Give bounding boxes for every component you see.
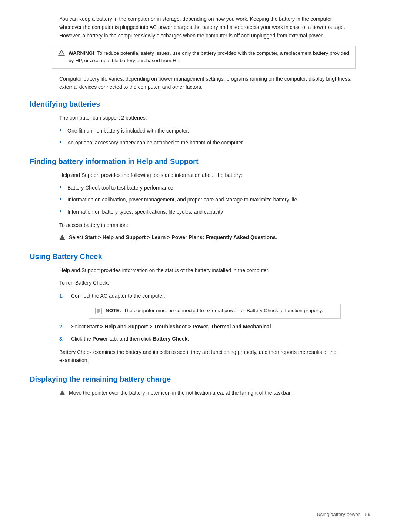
section-identifying-batteries: Identifying batteries The computer can s… (30, 100, 370, 147)
warning-label: WARNING! (69, 50, 94, 56)
list-item: Information on battery types, specificat… (59, 208, 356, 216)
note-text: NOTE: The computer must be connected to … (106, 307, 323, 314)
caution-triangle-icon-2 (59, 389, 65, 398)
finding-battery-heading: Finding battery information in Help and … (30, 157, 370, 166)
footer-left: Using battery power (317, 512, 360, 517)
page-footer: Using battery power 59 (317, 512, 370, 517)
identifying-batteries-heading: Identifying batteries (30, 100, 370, 108)
displaying-battery-step: Move the pointer over the battery meter … (59, 389, 356, 398)
battery-check-result: Battery Check examines the battery and i… (59, 348, 356, 365)
list-item: An optional accessory battery can be att… (59, 138, 356, 147)
access-step-text: Select Start > Help and Support > Learn … (69, 233, 277, 241)
access-step: Select Start > Help and Support > Learn … (59, 233, 356, 242)
note-body: The computer must be connected to extern… (124, 308, 323, 313)
step-1-number: 1. (59, 292, 67, 300)
step-2-number: 2. (59, 322, 67, 331)
step-2: 2. Select Start > Help and Support > Tro… (59, 322, 356, 331)
footer-page-number: 59 (365, 512, 370, 517)
step-3-bold1: Power (93, 336, 108, 342)
access-text: To access battery information: (59, 221, 356, 229)
note-box: NOTE: The computer must be connected to … (89, 304, 341, 319)
list-item: Battery Check tool to test battery perfo… (59, 184, 356, 192)
step-3-number: 3. (59, 335, 67, 343)
displaying-battery-heading: Displaying the remaining battery charge (30, 375, 370, 384)
list-item: One lithium-ion battery is included with… (59, 127, 356, 135)
section-displaying-battery-charge: Displaying the remaining battery charge … (30, 375, 370, 398)
svg-text:!: ! (61, 52, 62, 56)
displaying-battery-step-text: Move the pointer over the battery meter … (69, 389, 292, 397)
using-battery-check-intro1: Help and Support provides information on… (59, 266, 356, 274)
svg-marker-9 (60, 391, 65, 395)
battery-life-paragraph: Computer battery life varies, depending … (59, 75, 356, 91)
step-2-text: Select Start > Help and Support > Troubl… (71, 322, 272, 331)
step-3: 3. Click the Power tab, and then click B… (59, 335, 356, 343)
identifying-batteries-list: One lithium-ion battery is included with… (59, 127, 356, 147)
step-2-bold: Start > Help and Support > Troubleshoot … (87, 324, 271, 329)
using-battery-check-heading: Using Battery Check (30, 252, 370, 261)
list-item: Information on calibration, power manage… (59, 195, 356, 204)
warning-triangle-icon: ! (58, 50, 65, 57)
using-battery-check-intro2: To run Battery Check: (59, 279, 356, 287)
access-step-bold: Start > Help and Support > Learn > Power… (85, 234, 276, 240)
step-3-text: Click the Power tab, and then click Batt… (71, 335, 189, 343)
finding-battery-list: Battery Check tool to test battery perfo… (59, 184, 356, 216)
finding-battery-intro: Help and Support provides the following … (59, 171, 356, 179)
note-label: NOTE: (106, 308, 121, 313)
step-1-text: Connect the AC adapter to the computer. (71, 292, 165, 300)
note-icon (95, 308, 102, 315)
battery-check-steps: 1. Connect the AC adapter to the compute… (59, 292, 356, 343)
caution-triangle-icon (59, 234, 65, 242)
section-using-battery-check: Using Battery Check Help and Support pro… (30, 252, 370, 365)
warning-text: WARNING! To reduce potential safety issu… (69, 50, 349, 65)
svg-line-8 (95, 310, 96, 310)
svg-rect-3 (96, 308, 101, 314)
warning-body: To reduce potential safety issues, use o… (69, 50, 349, 63)
warning-box: ! WARNING! To reduce potential safety is… (52, 46, 356, 69)
step-1: 1. Connect the AC adapter to the compute… (59, 292, 356, 300)
intro-paragraph-1: You can keep a battery in the computer o… (59, 15, 356, 40)
identifying-batteries-intro: The computer can support 2 batteries: (59, 114, 356, 122)
svg-marker-2 (60, 235, 65, 240)
step-3-bold2: Battery Check (153, 336, 187, 342)
section-finding-battery-info: Finding battery information in Help and … (30, 157, 370, 242)
